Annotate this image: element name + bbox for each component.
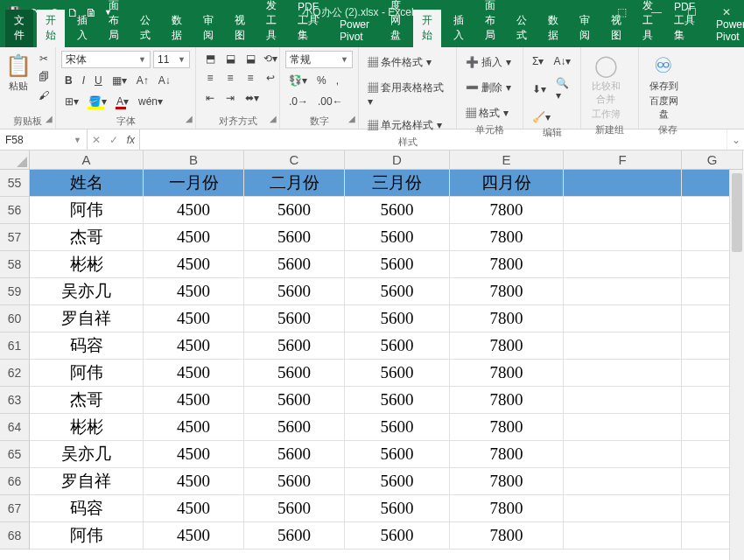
cell[interactable] [564,197,682,224]
insert-cells-button[interactable]: ➕ 插入 ▾ [462,52,515,73]
expand-formula-bar-icon[interactable]: ⌄ [726,130,744,150]
tab-file[interactable]: 文件 [5,10,33,47]
tab-百度网盘[interactable]: 百度网盘 [382,0,410,47]
cell[interactable]: 4500 [144,522,244,550]
cell[interactable]: 阿伟 [30,522,144,550]
fx-icon[interactable]: fx [127,134,135,146]
tab-7[interactable]: 开发工具 [634,0,662,47]
tab-5[interactable]: 审阅 [571,10,599,47]
cell[interactable]: 阿伟 [30,360,144,387]
currency-button[interactable]: 💱▾ [285,72,311,89]
col-header-A[interactable]: A [30,150,144,170]
cell[interactable]: 7800 [450,251,564,278]
cell[interactable]: 罗自祥 [30,468,144,495]
cell[interactable]: 5600 [244,197,345,224]
row-header[interactable]: 61 [0,332,30,360]
cell[interactable]: 5600 [244,441,345,468]
cell[interactable]: 杰哥 [30,387,144,414]
font-color-button[interactable]: A▾ [113,93,132,110]
cell[interactable]: 5600 [345,251,450,278]
cell[interactable]: 7800 [450,495,564,522]
row-header[interactable]: 63 [0,387,30,414]
tab-3[interactable]: 公式 [508,10,536,47]
cell[interactable]: 5600 [345,495,450,522]
cell[interactable]: 5600 [244,468,345,495]
cell[interactable]: 5600 [244,332,345,360]
cell[interactable]: 5600 [345,197,450,224]
tab-审阅[interactable]: 审阅 [194,10,222,47]
delete-cells-button[interactable]: ➖ 删除 ▾ [462,78,515,98]
cell[interactable]: 一月份 [144,170,244,197]
cell[interactable]: 5600 [244,224,345,251]
cell[interactable]: 5600 [244,251,345,278]
name-box[interactable]: F58▼ [0,130,88,150]
cell[interactable]: 彬彬 [30,251,144,278]
decrease-font-icon[interactable]: A↓ [155,72,174,89]
format-painter-icon[interactable]: 🖌 [35,88,53,103]
cell[interactable]: 吴亦几 [30,278,144,305]
align-top-icon[interactable]: ⬒ [201,51,219,66]
tab-公式[interactable]: 公式 [131,10,159,47]
cell[interactable]: 5600 [244,495,345,522]
row-header[interactable]: 68 [0,522,30,550]
number-dialog-icon[interactable]: ◢ [348,114,355,123]
cell[interactable]: 7800 [450,387,564,414]
font-size-select[interactable]: 11▼ [153,51,190,68]
font-name-select[interactable]: 宋体▼ [61,51,151,68]
cell[interactable]: 7800 [450,468,564,495]
cell[interactable] [564,495,682,522]
cell[interactable] [564,468,682,495]
tab-插入[interactable]: 插入 [68,10,96,47]
row-header[interactable]: 56 [0,197,30,224]
cell[interactable]: 4500 [144,441,244,468]
cell[interactable]: 4500 [144,360,244,387]
row-header[interactable]: 55 [0,170,30,197]
cell[interactable]: 7800 [450,360,564,387]
col-header-E[interactable]: E [450,150,564,170]
cell[interactable]: 5600 [345,332,450,360]
increase-decimal-icon[interactable]: .0→ [285,93,312,110]
autosum-button[interactable]: Σ▾ [529,52,547,70]
enter-formula-icon[interactable]: ✓ [109,134,118,146]
cell[interactable]: 5600 [345,305,450,332]
cell[interactable] [564,305,682,332]
cell[interactable] [564,332,682,360]
cell[interactable] [564,170,682,197]
format-cells-button[interactable]: ▦ 格式 ▾ [462,103,515,123]
cell[interactable]: 5600 [345,360,450,387]
tab-8[interactable]: PDF工具集 [665,0,704,47]
cell[interactable]: 三月份 [345,170,450,197]
tab-开发工具[interactable]: 开发工具 [257,0,285,47]
cell[interactable]: 7800 [450,441,564,468]
cell[interactable]: 7800 [450,332,564,360]
align-middle-icon[interactable]: ⬓ [221,51,239,66]
decrease-indent-icon[interactable]: ⇤ [201,90,219,106]
tab-6[interactable]: 视图 [602,10,630,47]
scrollbar-thumb[interactable] [732,173,742,252]
select-all-corner[interactable] [0,150,30,170]
cell[interactable]: 7800 [450,414,564,441]
clear-button[interactable]: 🧹▾ [529,108,554,126]
row-header[interactable]: 65 [0,441,30,468]
cell[interactable]: 4500 [144,332,244,360]
tab-Power Pivot[interactable]: Power Pivot [331,15,378,47]
cell[interactable]: 杰哥 [30,224,144,251]
tab-视图[interactable]: 视图 [226,10,254,47]
font-dialog-icon[interactable]: ◢ [186,114,193,123]
cell[interactable]: 7800 [450,197,564,224]
comma-button[interactable]: , [333,72,342,89]
cell[interactable]: 5600 [345,522,450,550]
cell[interactable]: 彬彬 [30,414,144,441]
cell[interactable]: 5600 [345,414,450,441]
col-header-B[interactable]: B [144,150,244,170]
tab-0[interactable]: 开始 [413,10,441,47]
cell[interactable]: 5600 [244,360,345,387]
cell[interactable] [564,278,682,305]
border-button[interactable]: ▦▾ [109,72,130,89]
cell[interactable]: 码容 [30,495,144,522]
cell[interactable]: 4500 [144,224,244,251]
fill-color-button[interactable]: 🪣▾ [85,93,110,110]
percent-button[interactable]: % [313,72,330,89]
cell[interactable] [564,522,682,550]
align-dialog-icon[interactable]: ◢ [270,114,277,123]
